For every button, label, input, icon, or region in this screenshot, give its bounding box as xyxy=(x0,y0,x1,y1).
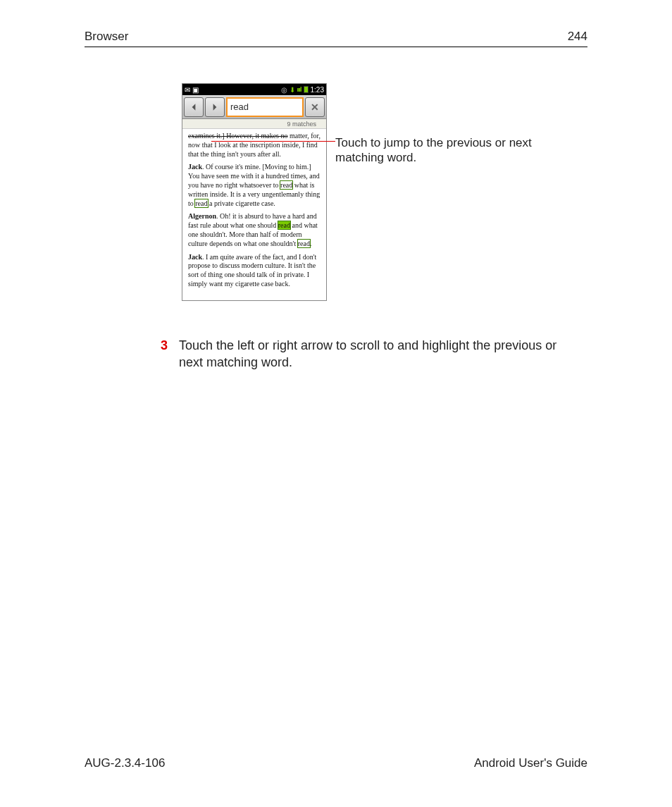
paragraph-2: Jack. Of course it's mine. [Moving to hi… xyxy=(188,163,321,208)
callout-leader-line xyxy=(211,141,335,142)
chevron-right-icon xyxy=(211,103,219,111)
download-icon: ⬇ xyxy=(290,86,295,94)
header-page-number: 244 xyxy=(568,30,587,44)
footer-doc-id: AUG-2.3.4-106 xyxy=(85,756,165,770)
status-time: 1:23 xyxy=(311,86,324,94)
find-input-value: read xyxy=(230,101,249,112)
match-read-4: read xyxy=(298,240,310,247)
p2c: a private cigarette case. xyxy=(208,199,275,207)
match-read-current: read xyxy=(278,221,290,229)
close-icon: ✕ xyxy=(311,101,319,113)
header-section: Browser xyxy=(85,30,128,44)
chevron-left-icon xyxy=(189,103,198,111)
target-icon: ◎ xyxy=(281,86,287,94)
find-toolbar: read ✕ xyxy=(182,95,326,119)
p3-name: Algernon xyxy=(188,212,216,220)
page-footer: AUG-2.3.4-106 Android User's Guide xyxy=(85,756,587,770)
match-read-1: read xyxy=(280,181,292,189)
battery-icon xyxy=(304,86,309,93)
p4a: . I am quite aware of the fact, and I do… xyxy=(188,253,316,288)
status-right: ◎ ⬇ ıııl 1:23 xyxy=(281,86,324,94)
phone-frame: ✉ ▣ ◎ ⬇ ıııl 1:23 rea xyxy=(182,83,327,301)
screen-icon: ▣ xyxy=(192,86,199,94)
step-number: 3 xyxy=(161,337,168,371)
status-bar: ✉ ▣ ◎ ⬇ ıııl 1:23 xyxy=(182,84,326,95)
p1-struck: examines it.] However, it makes no xyxy=(188,132,288,140)
phone-screenshot: ✉ ▣ ◎ ⬇ ıııl 1:23 rea xyxy=(182,83,327,301)
find-next-button[interactable] xyxy=(205,97,225,117)
paragraph-4: Jack. I am quite aware of the fact, and … xyxy=(188,253,321,289)
find-input[interactable]: read xyxy=(226,97,304,117)
match-read-2: read xyxy=(195,199,207,207)
header-rule xyxy=(85,47,587,47)
step-text: Touch the left or right arrow to scroll … xyxy=(179,337,573,371)
p4-name: Jack xyxy=(188,253,202,261)
paragraph-1: examines it.] However, it makes no matte… xyxy=(188,132,321,159)
p2-name: Jack xyxy=(188,163,202,171)
mail-icon: ✉ xyxy=(185,86,190,94)
instruction-step: 3 Touch the left or right arrow to scrol… xyxy=(161,337,573,371)
footer-guide-title: Android User's Guide xyxy=(474,756,587,770)
page-header: Browser 244 xyxy=(85,30,587,44)
status-left: ✉ ▣ xyxy=(185,86,199,94)
find-close-button[interactable]: ✕ xyxy=(305,97,325,117)
paragraph-3: Algernon. Oh! it is absurd to have a har… xyxy=(188,212,321,248)
p3c: . xyxy=(310,240,312,247)
webview-content[interactable]: examines it.] However, it makes no matte… xyxy=(182,129,326,300)
signal-icon: ıııl xyxy=(297,86,301,93)
callout-text: Touch to jump to the previous or next ma… xyxy=(335,135,554,166)
find-prev-button[interactable] xyxy=(184,97,204,117)
matches-count: 9 matches xyxy=(182,119,326,129)
